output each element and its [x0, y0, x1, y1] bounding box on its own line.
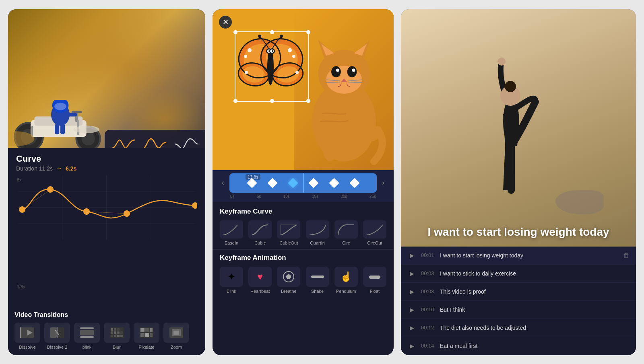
svg-rect-113 [311, 276, 324, 278]
subtitle-item-1[interactable]: ▶ 00:01 I want to start losing weight to… [401, 247, 636, 265]
svg-rect-38 [80, 327, 94, 329]
subtitle-time-3: 00:08 [421, 288, 435, 294]
timeline-area: ‹ 13.8s › 0s 5s [213, 170, 394, 202]
subtitle-time-4: 00:10 [421, 306, 435, 313]
play-btn-3[interactable]: ▶ [407, 287, 416, 296]
timeline-prev-btn[interactable]: ‹ [217, 177, 229, 189]
subtitle-list: ▶ 00:01 I want to start losing weight to… [401, 247, 636, 355]
curve-option-bullet-time[interactable]: Bullet Time [172, 135, 200, 148]
play-btn-4[interactable]: ▶ [407, 305, 416, 314]
speed-curve-selector: Montage Hero Time [105, 130, 205, 148]
handle-bottom-middle[interactable] [270, 99, 274, 103]
transition-label-blur: Blur [113, 345, 121, 350]
keyframe-1[interactable] [247, 178, 257, 188]
svg-rect-50 [114, 335, 116, 337]
kf-anim-pendulum[interactable]: ☝ Pendulum [334, 267, 358, 294]
video-preview-atv: Montage Hero Time [8, 9, 205, 148]
blink-anim-icon: ✦ [220, 267, 243, 287]
svg-point-100 [267, 49, 274, 85]
subtitle-text-5: The diet also needs to be adjusted [440, 325, 630, 331]
ruler-25s: 25s [369, 194, 376, 199]
kf-curve-label-circ-out: CircOut [367, 241, 382, 245]
subtitle-item-3[interactable]: ▶ 00:08 This video is proof [401, 283, 636, 301]
svg-rect-52 [120, 335, 123, 337]
keyframe-animation-section: Keyframe Animation ✦ Blink ♥ Heartbeat [213, 249, 394, 299]
handle-top-right[interactable] [306, 30, 310, 34]
timeline-next-btn[interactable]: › [377, 177, 390, 189]
subtitle-item-5[interactable]: ▶ 00:12 The diet also needs to be adjust… [401, 319, 636, 337]
handle-top-middle[interactable] [270, 30, 274, 34]
svg-rect-44 [120, 328, 123, 331]
svg-point-98 [245, 71, 248, 74]
handle-bottom-right[interactable] [306, 99, 310, 103]
svg-rect-114 [369, 276, 380, 279]
play-btn-1[interactable]: ▶ [407, 251, 416, 260]
dissolve-icon [14, 323, 40, 343]
keyframe-animation-title: Keyframe Animation [220, 254, 386, 262]
svg-line-76 [326, 82, 340, 82]
kf-curve-ease-in[interactable]: EaseIn [220, 220, 243, 245]
ruler-15s: 15s [312, 194, 318, 199]
kf-anim-heartbeat[interactable]: ♥ Heartbeat [248, 267, 272, 294]
graph-scale-top: 8x [17, 177, 22, 182]
svg-point-97 [292, 55, 295, 58]
pendulum-anim-icon: ☝ [334, 267, 358, 287]
butterfly-sticker[interactable] [237, 34, 304, 99]
svg-point-105 [268, 50, 270, 52]
keyframe-3[interactable] [288, 178, 298, 188]
curve-graph: 8x 1/8x [8, 175, 205, 307]
curve-option-montage[interactable]: Montage [109, 135, 138, 148]
kf-anim-breathe[interactable]: Breathe [277, 267, 300, 294]
close-button[interactable]: ✕ [219, 16, 232, 29]
play-btn-6[interactable]: ▶ [407, 341, 416, 350]
svg-point-70 [331, 66, 341, 77]
subtitle-item-4[interactable]: ▶ 00:10 But I think [401, 301, 636, 319]
svg-rect-51 [117, 335, 120, 337]
kf-anim-shake[interactable]: Shake [306, 267, 329, 294]
delete-btn-1[interactable]: 🗑 [623, 252, 630, 259]
curve-option-hero-time[interactable]: Hero Time [141, 135, 169, 148]
handle-bottom-left[interactable] [233, 99, 237, 103]
keyframe-6[interactable] [349, 178, 359, 188]
breathe-anim-icon [277, 267, 300, 287]
keyframe-4[interactable] [308, 178, 318, 188]
subtitle-item-6[interactable]: ▶ 00:14 Eat a meal first [401, 337, 636, 355]
transition-dissolve2[interactable]: Dissolve 2 [44, 323, 70, 350]
svg-rect-43 [117, 328, 120, 331]
kf-curve-cubic-out[interactable]: CubicOut [277, 220, 300, 245]
kf-curve-label-circ: Circ [342, 241, 350, 245]
ease-in-icon [220, 220, 243, 239]
quart-in-icon [306, 220, 329, 239]
kf-anim-label-blink: Blink [227, 289, 236, 294]
svg-rect-39 [80, 336, 94, 338]
play-btn-2[interactable]: ▶ [407, 269, 416, 278]
kf-curve-circ[interactable]: Circ [334, 220, 358, 245]
transition-blink[interactable]: blink [74, 323, 100, 350]
keyframe-2[interactable] [267, 178, 277, 188]
subtitle-time-1: 00:01 [421, 252, 435, 258]
svg-rect-47 [117, 331, 120, 334]
transition-blur[interactable]: Blur [104, 323, 130, 350]
transition-pixelate[interactable]: Pixelate [134, 323, 159, 350]
handle-top-left[interactable] [233, 30, 237, 34]
panel-subtitles: I want to start losing weight today ▶ 00… [401, 9, 636, 355]
kf-curve-quart-in[interactable]: QuartIn [306, 220, 329, 245]
zoom-icon [163, 323, 189, 343]
play-btn-5[interactable]: ▶ [407, 323, 416, 332]
circ-out-icon [363, 220, 386, 239]
pixelate-icon [134, 323, 159, 343]
blink-icon [74, 323, 100, 343]
svg-point-80 [361, 113, 375, 141]
keyframe-5[interactable] [329, 178, 339, 188]
kf-anim-blink[interactable]: ✦ Blink [220, 267, 243, 294]
subtitle-item-2[interactable]: ▶ 00:03 I want to stick to daily exercis… [401, 265, 636, 283]
transition-label-pixelate: Pixelate [138, 345, 154, 350]
duration-arrow: → [56, 165, 62, 172]
kf-curve-circ-out[interactable]: CircOut [363, 220, 386, 245]
kf-curve-cubic[interactable]: Cubic [248, 220, 272, 245]
subtitle-time-6: 00:14 [421, 343, 435, 349]
transition-zoom[interactable]: Zoom [163, 323, 189, 350]
svg-point-94 [248, 48, 252, 52]
transition-dissolve[interactable]: Dissolve [14, 323, 40, 350]
kf-anim-float[interactable]: Float [363, 267, 386, 294]
